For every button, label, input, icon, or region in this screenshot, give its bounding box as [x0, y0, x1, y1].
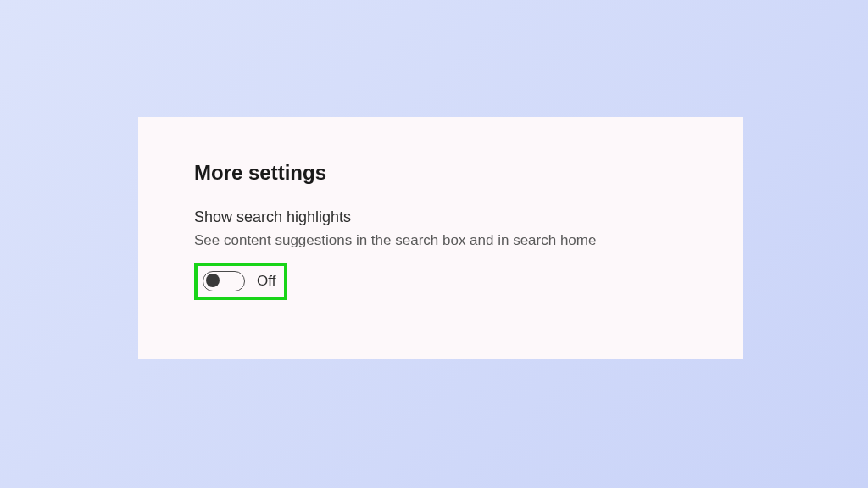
toggle-state-label: Off — [257, 273, 275, 290]
section-heading: More settings — [194, 161, 692, 185]
toggle-knob-icon — [206, 274, 220, 287]
settings-panel: More settings Show search highlights See… — [138, 117, 743, 359]
search-highlights-toggle[interactable] — [203, 271, 245, 291]
toggle-highlight-box: Off — [194, 263, 287, 300]
setting-label: Show search highlights — [194, 208, 692, 226]
setting-description: See content suggestions in the search bo… — [194, 231, 692, 251]
